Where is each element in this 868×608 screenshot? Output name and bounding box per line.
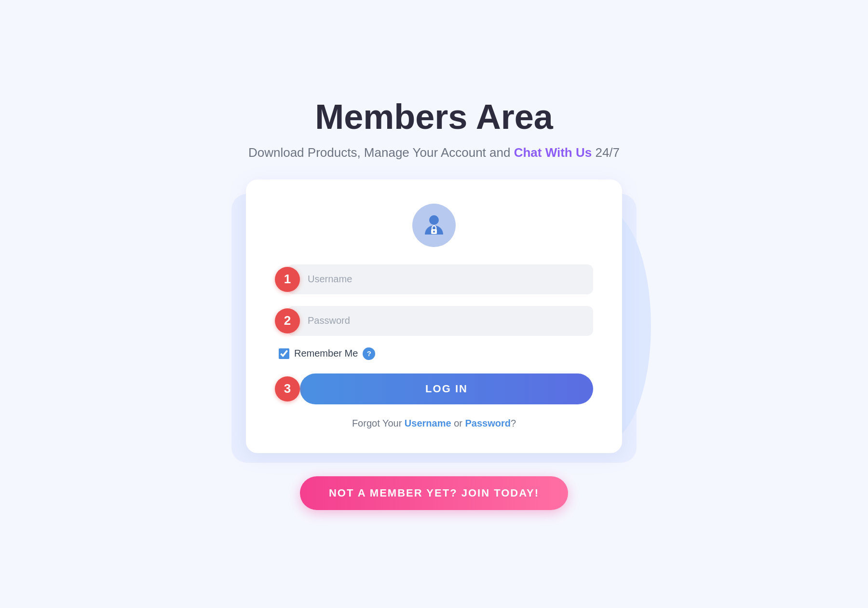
header: Members Area Download Products, Manage Y… bbox=[248, 98, 620, 160]
svg-point-0 bbox=[429, 215, 439, 225]
remember-me-row: Remember Me ? bbox=[275, 347, 593, 360]
forgot-username-link[interactable]: Username bbox=[405, 418, 451, 428]
forgot-row: Forgot Your Username or Password? bbox=[275, 418, 593, 429]
info-icon[interactable]: ? bbox=[363, 347, 375, 360]
card-outer: 1 2 Remember Me ? 3 LOG IN Forgot You bbox=[246, 180, 622, 453]
step2-badge: 2 bbox=[275, 308, 300, 333]
remember-me-checkbox[interactable] bbox=[279, 348, 289, 359]
password-row: 2 bbox=[275, 306, 593, 336]
password-input[interactable] bbox=[287, 306, 593, 336]
forgot-after: ? bbox=[511, 418, 516, 428]
login-row: 3 LOG IN bbox=[275, 373, 593, 404]
forgot-before: Forgot Your bbox=[352, 418, 405, 428]
join-button-wrapper: NOT A MEMBER YET? JOIN TODAY! bbox=[300, 476, 568, 510]
step1-badge: 1 bbox=[275, 267, 300, 292]
avatar-wrapper bbox=[275, 204, 593, 247]
login-button[interactable]: LOG IN bbox=[300, 373, 593, 404]
forgot-middle: or bbox=[451, 418, 465, 428]
avatar-circle bbox=[412, 204, 456, 247]
subtitle-before: Download Products, Manage Your Account a… bbox=[248, 145, 514, 160]
username-input[interactable] bbox=[287, 264, 593, 294]
subtitle-highlight: Chat With Us bbox=[514, 145, 592, 160]
page-wrapper: Members Area Download Products, Manage Y… bbox=[0, 98, 868, 510]
svg-point-2 bbox=[433, 231, 435, 233]
step3-badge: 3 bbox=[275, 376, 300, 401]
page-title: Members Area bbox=[248, 98, 620, 136]
subtitle-after: 24/7 bbox=[592, 145, 620, 160]
user-lock-icon bbox=[421, 212, 447, 238]
login-card: 1 2 Remember Me ? 3 LOG IN Forgot You bbox=[246, 180, 622, 453]
forgot-password-link[interactable]: Password bbox=[465, 418, 510, 428]
join-button[interactable]: NOT A MEMBER YET? JOIN TODAY! bbox=[300, 476, 568, 510]
subtitle: Download Products, Manage Your Account a… bbox=[248, 145, 620, 160]
username-row: 1 bbox=[275, 264, 593, 294]
remember-me-label: Remember Me bbox=[294, 348, 358, 359]
